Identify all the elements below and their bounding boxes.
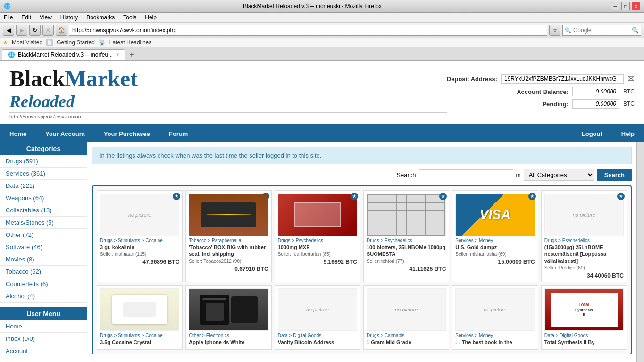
minimize-button[interactable]: ─ — [611, 2, 619, 10]
menu-tools[interactable]: Tools — [121, 14, 138, 21]
new-tab-button[interactable]: + — [125, 50, 137, 60]
product-card-6[interactable]: ★ no picture Drugs > Psychedelics (15x30… — [541, 190, 627, 282]
menu-bookmarks[interactable]: Bookmarks — [84, 14, 117, 21]
bookmark-most-visited[interactable]: Most Visited — [12, 39, 42, 46]
product-card-7[interactable]: Drugs > Stimulants > Cocaine 3.5g Cocain… — [97, 285, 183, 350]
product-card-1[interactable]: ★ no picture Drugs > Stimulants > Cocain… — [97, 190, 183, 282]
product-card-4[interactable]: ★ Drugs > Psychedelics 100 blotters, 25i… — [363, 190, 449, 282]
browser-bookmarks: ★ Most Visited 📄 Getting Started 📡 Lates… — [0, 38, 644, 47]
right-scrollbar[interactable] — [636, 142, 644, 362]
sidebar-item-services[interactable]: Services (361) — [0, 168, 87, 180]
product-seller-6: Seller: Prodige (60) — [544, 265, 624, 270]
search-label: Search — [396, 171, 416, 178]
stop-button[interactable]: ✕ — [42, 25, 54, 36]
menu-view[interactable]: View — [38, 14, 54, 21]
address-bar[interactable] — [69, 25, 547, 36]
product-title-12: Total Synthesis II By — [544, 339, 624, 345]
sidebar-item-movies[interactable]: Movies (8) — [0, 253, 87, 266]
product-card-2[interactable]: ★ Tobacco > Paraphernalia 'Tobacco' BOX-… — [185, 190, 271, 282]
product-title-3: 1000mg MXE — [278, 244, 357, 251]
product-card-5[interactable]: ★ VISA Services > Money U.S. Gold dumpz … — [452, 190, 538, 282]
bookmarks-star-icon: ★ — [3, 39, 8, 46]
logo-area: BlackMarket Reloaded http://5onwnspjvuk7… — [9, 66, 447, 119]
browser-search-button[interactable]: 🔍 — [630, 27, 641, 34]
product-category-9: Data > Digital Goods — [278, 333, 357, 338]
home-button[interactable]: 🏠 — [56, 25, 67, 36]
product-card-11[interactable]: no picture Services > Money - - The best… — [452, 285, 538, 350]
product-category-8: Other > Electronics — [189, 333, 268, 338]
category-select[interactable]: All Categories Drugs Services Data Weapo… — [524, 169, 594, 181]
sidebar-item-counterfeits[interactable]: Counterfeits (6) — [0, 278, 87, 290]
nav-help[interactable]: Help — [612, 126, 644, 142]
balance-input — [572, 87, 619, 96]
deposit-input[interactable] — [501, 74, 624, 84]
sidebar-item-inbox[interactable]: Inbox (0/0) — [0, 333, 87, 345]
info-banner: In the listings always check when was th… — [92, 147, 632, 164]
browser-tabs: 🌐 BlackMarket Reloaded v.3 -- morfeu... … — [0, 47, 644, 61]
balance-label: Account Balance: — [517, 88, 569, 95]
nav-forum[interactable]: Forum — [159, 126, 197, 142]
product-img-2 — [189, 194, 268, 236]
product-price-1: 47.96896 BTC — [100, 259, 179, 265]
sidebar-item-account[interactable]: Account — [0, 345, 87, 357]
close-button[interactable]: ✕ — [632, 2, 640, 10]
product-category-11: Services > Money — [455, 333, 535, 338]
bookmark-star[interactable]: ☆ — [549, 25, 560, 36]
product-card-12[interactable]: Total Synthesis II Data > Digital Goods … — [541, 285, 627, 350]
rss-icon: 📡 — [99, 39, 106, 46]
search-row: Search in All Categories Drugs Services … — [92, 169, 632, 181]
logo-black: Black — [9, 66, 65, 91]
menu-file[interactable]: File — [2, 14, 15, 21]
nav-purchases[interactable]: Your Purchases — [94, 126, 159, 142]
maximize-button[interactable]: □ — [621, 2, 630, 10]
sidebar-item-tobacco[interactable]: Tobacco (62) — [0, 266, 87, 278]
nav-logout[interactable]: Logout — [572, 126, 612, 142]
product-card-9[interactable]: no picture Data > Digital Goods Vanity B… — [275, 285, 360, 350]
search-button[interactable]: Search — [597, 169, 632, 181]
browser-search-input[interactable] — [573, 27, 630, 34]
menu-history[interactable]: History — [59, 14, 80, 21]
tab-main[interactable]: 🌐 BlackMarket Reloaded v.3 -- morfeu... … — [2, 49, 125, 60]
reload-button[interactable]: ↻ — [29, 25, 41, 36]
product-category-2: Tobacco > Paraphernalia — [189, 238, 268, 243]
sidebar-item-software[interactable]: Software (46) — [0, 241, 87, 253]
mail-icon[interactable]: ✉ — [627, 74, 635, 84]
user-menu-title: User Menu — [0, 307, 87, 320]
product-card-10[interactable]: no picture Drugs > Cannabis 1 Gram Mid G… — [363, 285, 449, 350]
product-seller-4: Seller: tohtori (77) — [367, 259, 446, 264]
menu-help[interactable]: Help — [143, 14, 159, 21]
product-category-3: Drugs > Psychedelics — [278, 238, 357, 243]
bookmark-latest-headlines[interactable]: Latest Headlines — [109, 39, 151, 46]
sidebar-item-other[interactable]: Other (72) — [0, 229, 87, 241]
sidebar-item-collectables[interactable]: Collectables (13) — [0, 204, 87, 217]
sidebar-item-data[interactable]: Data (221) — [0, 180, 87, 192]
product-img-9: no picture — [278, 288, 357, 331]
trust-badge-6: ★ — [617, 193, 625, 200]
sidebar-item-metals[interactable]: Metals/Stones (5) — [0, 217, 87, 229]
forward-button[interactable]: ▶ — [16, 25, 27, 36]
sidebar-item-drugs[interactable]: Drugs (591) — [0, 155, 87, 168]
product-card-3[interactable]: ★ Drugs > Psychedelics 1000mg MXE Seller… — [275, 190, 360, 282]
sidebar-item-alcohol[interactable]: Alcohol (4) — [0, 290, 87, 303]
nav-home[interactable]: Home — [0, 126, 36, 142]
product-card-8[interactable]: Other > Electronics Apple Iphone 4s Whit… — [185, 285, 271, 350]
sidebar-item-userhome[interactable]: Home — [0, 320, 87, 333]
page-wrapper: BlackMarket Reloaded http://5onwnspjvuk7… — [0, 61, 644, 362]
btc-label-balance: BTC — [623, 88, 635, 95]
no-picture-label-11: no picture — [484, 307, 506, 312]
user-menu-section: User Menu Home Inbox (0/0) Account — [0, 307, 87, 357]
tab-close-button[interactable]: ✕ — [116, 52, 119, 58]
sidebar-item-weapons[interactable]: Weapons (64) — [0, 192, 87, 204]
product-title-2: 'Tobacco' BOX-BIG with rubber seal. incl… — [189, 244, 268, 258]
product-title-11: - - The best book in the — [455, 339, 535, 345]
nav-account[interactable]: Your Account — [36, 126, 94, 142]
tab-favicon: 🌐 — [8, 51, 15, 58]
product-img-7 — [100, 288, 179, 331]
back-button[interactable]: ◀ — [3, 25, 14, 36]
balance-row: Account Balance: BTC — [447, 87, 635, 96]
menu-edit[interactable]: Edit — [19, 14, 33, 21]
no-picture-label: no picture — [128, 212, 151, 218]
bookmark-getting-started[interactable]: Getting Started — [57, 39, 95, 46]
product-seller-1: Seller: maimaan (115) — [100, 252, 179, 257]
search-input[interactable] — [419, 169, 513, 180]
